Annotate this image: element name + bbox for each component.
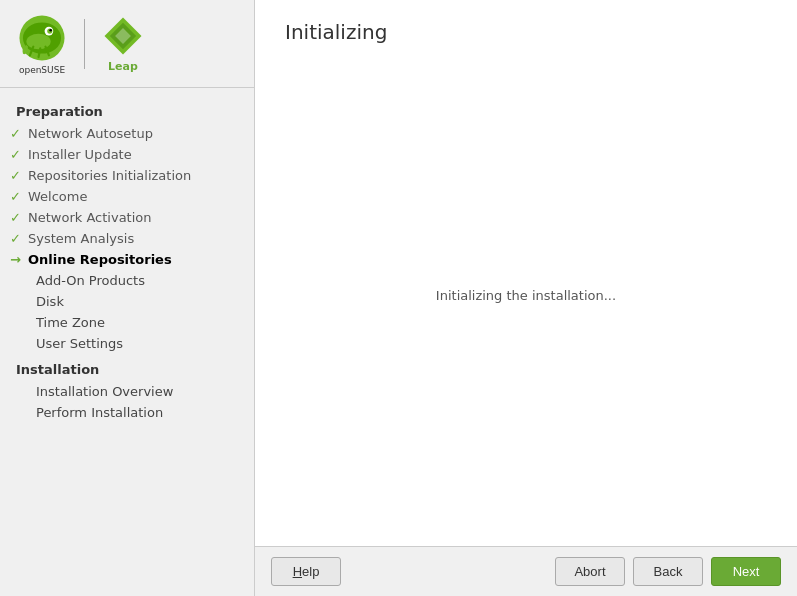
sidebar-header: openSUSE Leap: [0, 0, 254, 88]
check-icon: ✓: [10, 147, 21, 162]
nav-label: Repositories Initialization: [28, 168, 191, 183]
sidebar-item-installation-overview[interactable]: Installation Overview: [0, 381, 254, 402]
sidebar-nav: Preparation ✓ Network Autosetup ✓ Instal…: [0, 88, 254, 596]
section-preparation: Preparation: [0, 96, 254, 123]
leap-label: Leap: [108, 60, 138, 73]
sidebar-item-user-settings[interactable]: User Settings: [0, 333, 254, 354]
footer-right: Abort Back Next: [555, 557, 781, 586]
content-area: Initializing Initializing the installati…: [255, 0, 797, 546]
sidebar-item-network-autosetup[interactable]: ✓ Network Autosetup: [0, 123, 254, 144]
next-button[interactable]: Next: [711, 557, 781, 586]
nav-label: Installation Overview: [36, 384, 173, 399]
section-installation: Installation: [0, 354, 254, 381]
nav-label: User Settings: [36, 336, 123, 351]
nav-label: Network Activation: [28, 210, 152, 225]
svg-point-4: [49, 29, 52, 32]
check-icon: ✓: [10, 210, 21, 225]
center-area: Initializing the installation...: [285, 64, 767, 526]
back-button[interactable]: Back: [633, 557, 703, 586]
footer: Help Abort Back Next: [255, 546, 797, 596]
sidebar-item-installer-update[interactable]: ✓ Installer Update: [0, 144, 254, 165]
sidebar-item-add-on-products[interactable]: Add-On Products: [0, 270, 254, 291]
nav-label: Time Zone: [36, 315, 105, 330]
leap-logo: Leap: [101, 14, 145, 73]
help-button[interactable]: Help: [271, 557, 341, 586]
check-icon: ✓: [10, 126, 21, 141]
sidebar-item-welcome[interactable]: ✓ Welcome: [0, 186, 254, 207]
abort-button[interactable]: Abort: [555, 557, 625, 586]
main-content: Initializing Initializing the installati…: [255, 0, 797, 596]
nav-label: Disk: [36, 294, 64, 309]
nav-label: Network Autosetup: [28, 126, 153, 141]
check-icon: ✓: [10, 189, 21, 204]
nav-label: Add-On Products: [36, 273, 145, 288]
arrow-icon: →: [10, 252, 21, 267]
page-title: Initializing: [285, 20, 767, 44]
nav-label: Perform Installation: [36, 405, 163, 420]
sidebar-item-perform-installation[interactable]: Perform Installation: [0, 402, 254, 423]
sidebar-item-repositories-initialization[interactable]: ✓ Repositories Initialization: [0, 165, 254, 186]
sidebar-item-time-zone[interactable]: Time Zone: [0, 312, 254, 333]
opensuse-label: openSUSE: [19, 65, 65, 75]
footer-left: Help: [271, 557, 341, 586]
check-icon: ✓: [10, 168, 21, 183]
sidebar-item-disk[interactable]: Disk: [0, 291, 254, 312]
sidebar-item-system-analysis[interactable]: ✓ System Analysis: [0, 228, 254, 249]
sidebar-item-network-activation[interactable]: ✓ Network Activation: [0, 207, 254, 228]
sidebar: openSUSE Leap Preparation ✓ Network Auto…: [0, 0, 255, 596]
nav-label: System Analysis: [28, 231, 134, 246]
initializing-text: Initializing the installation...: [436, 288, 616, 303]
svg-point-5: [26, 34, 50, 50]
check-icon: ✓: [10, 231, 21, 246]
logo-divider: [84, 19, 85, 69]
nav-label: Online Repositories: [28, 252, 172, 267]
sidebar-item-online-repositories[interactable]: → Online Repositories: [0, 249, 254, 270]
nav-label: Welcome: [28, 189, 87, 204]
nav-label: Installer Update: [28, 147, 132, 162]
opensuse-logo: openSUSE: [16, 12, 68, 75]
